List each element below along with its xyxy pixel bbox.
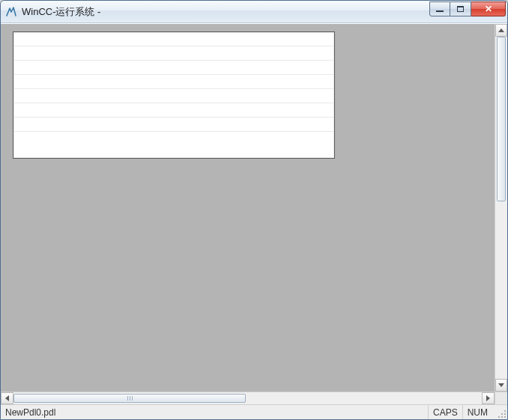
title-bar[interactable]: WinCC-运行系统 - ✕ [1, 1, 507, 23]
list-row[interactable] [13, 118, 334, 132]
status-caps: CAPS [429, 405, 462, 419]
scroll-up-button[interactable] [495, 24, 507, 37]
list-row[interactable] [13, 46, 334, 61]
list-row[interactable] [13, 132, 334, 146]
vertical-scroll-thumb[interactable] [497, 37, 506, 201]
client-area: NewPdl0.pdl CAPS NUM [1, 23, 507, 419]
svg-point-1 [501, 413, 503, 415]
list-row[interactable] [13, 89, 334, 103]
chevron-right-icon [486, 395, 490, 401]
minimize-icon [436, 10, 444, 12]
chevron-down-icon [498, 383, 504, 387]
size-grip[interactable] [494, 405, 507, 419]
scroll-down-button[interactable] [495, 379, 507, 392]
horizontal-scrollbar[interactable] [1, 392, 507, 404]
chevron-left-icon [5, 395, 9, 401]
maximize-icon [457, 6, 464, 12]
status-bar: NewPdl0.pdl CAPS NUM [1, 404, 507, 419]
horizontal-scroll-track[interactable] [13, 392, 482, 404]
wincc-app-icon [5, 6, 17, 18]
list-row[interactable] [13, 103, 334, 118]
viewport-row [1, 24, 507, 392]
vertical-scroll-track[interactable] [495, 37, 507, 379]
scrollbar-corner [495, 392, 507, 404]
close-icon: ✕ [485, 4, 492, 13]
close-button[interactable]: ✕ [471, 1, 506, 16]
size-grip-icon [496, 408, 507, 419]
scroll-right-button[interactable] [482, 392, 495, 404]
vertical-scrollbar[interactable] [495, 24, 507, 392]
status-filename: NewPdl0.pdl [1, 405, 60, 419]
thumb-grip-icon [126, 396, 133, 401]
window-title: WinCC-运行系统 - [22, 5, 100, 19]
svg-point-3 [498, 416, 500, 418]
svg-point-2 [504, 413, 506, 415]
window-controls: ✕ [429, 1, 506, 16]
status-num: NUM [463, 405, 492, 419]
chevron-up-icon [498, 28, 504, 32]
list-panel[interactable] [13, 31, 335, 159]
scroll-left-button[interactable] [1, 392, 13, 404]
svg-point-0 [504, 410, 506, 412]
list-row[interactable] [13, 75, 334, 89]
svg-point-4 [501, 416, 503, 418]
list-row[interactable] [13, 61, 334, 75]
app-window: WinCC-运行系统 - ✕ [0, 0, 508, 420]
canvas-area[interactable] [1, 24, 495, 392]
list-row[interactable] [13, 32, 334, 46]
horizontal-scroll-thumb[interactable] [13, 394, 246, 403]
minimize-button[interactable] [429, 1, 450, 16]
svg-point-5 [504, 416, 506, 418]
maximize-button[interactable] [450, 1, 471, 16]
